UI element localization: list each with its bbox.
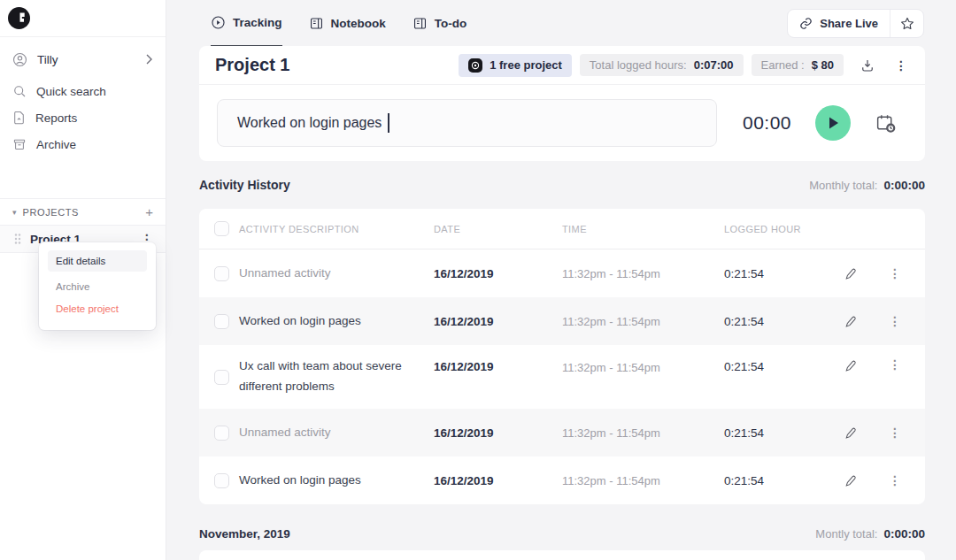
activity-date: 16/12/2019 bbox=[434, 267, 562, 280]
activity-time: 11:32pm - 11:54pm bbox=[562, 345, 724, 374]
next-month-card-top bbox=[199, 550, 925, 560]
edit-pencil-icon[interactable] bbox=[843, 473, 877, 488]
app-window: Tilly Quick search Reports bbox=[0, 0, 956, 560]
activity-description-input[interactable]: Worked on login pages bbox=[217, 99, 717, 147]
tab-label: Tracking bbox=[233, 16, 282, 29]
activity-table: ACTIVITY DESCRIPTION DATE TIME LOGGED HO… bbox=[199, 209, 925, 504]
table-row[interactable]: Worked on login pages 16/12/2019 11:32pm… bbox=[199, 297, 925, 345]
project-header-kebab-icon[interactable]: ⋮ bbox=[895, 59, 907, 72]
column-header: LOGGED HOUR bbox=[724, 224, 843, 234]
activity-input-value: Worked on login pages bbox=[237, 115, 382, 131]
menu-item-archive[interactable]: Archive bbox=[48, 276, 147, 297]
project-title: Project 1 bbox=[215, 55, 289, 75]
row-checkbox[interactable] bbox=[214, 426, 229, 441]
main-content: Tracking Notebook To-do Share Live bbox=[166, 0, 956, 560]
logo-area bbox=[0, 0, 166, 37]
project-card-header: Project 1 1 free project Total logged ho… bbox=[199, 46, 925, 85]
month-label: November, 2019 bbox=[199, 527, 290, 541]
share-live-button[interactable]: Share Live bbox=[788, 10, 890, 37]
edit-pencil-icon[interactable] bbox=[843, 266, 877, 281]
activity-logged-hour: 0:21:54 bbox=[724, 426, 843, 440]
activity-logged-hour: 0:21:54 bbox=[724, 345, 843, 373]
activity-logged-hour: 0:21:54 bbox=[724, 267, 843, 280]
app-logo-icon[interactable] bbox=[7, 6, 31, 30]
menu-item-edit-details[interactable]: Edit details bbox=[48, 250, 147, 272]
row-checkbox[interactable] bbox=[214, 473, 229, 488]
share-live-label: Share Live bbox=[820, 17, 878, 30]
play-icon bbox=[827, 116, 840, 130]
column-header: ACTIVITY DESCRIPTION bbox=[239, 224, 434, 234]
table-row[interactable]: Unnamed activity 16/12/2019 11:32pm - 11… bbox=[199, 249, 925, 297]
tab-label: Notebook bbox=[331, 17, 386, 30]
column-header: TIME bbox=[562, 224, 724, 234]
tab-notebook[interactable]: Notebook bbox=[309, 0, 386, 46]
project-badges: 1 free project Total logged hours: 0:07:… bbox=[459, 54, 909, 77]
activity-history-header: Activity History Monthly total: 0:00:00 bbox=[199, 178, 925, 192]
tab-todo[interactable]: To-do bbox=[412, 0, 466, 46]
sidebar-item-quick-search[interactable]: Quick search bbox=[0, 78, 166, 104]
play-circle-icon bbox=[211, 15, 226, 30]
calendar-clock-icon[interactable] bbox=[875, 112, 897, 134]
start-timer-button[interactable] bbox=[815, 105, 851, 141]
projects-section-header[interactable]: ▾ PROJECTS + bbox=[0, 198, 166, 226]
row-checkbox[interactable] bbox=[214, 266, 229, 281]
logged-hours-label: Total logged hours: bbox=[590, 58, 687, 72]
table-row[interactable]: Unnamed activity 16/12/2019 11:32pm - 11… bbox=[199, 409, 925, 456]
user-circle-icon bbox=[12, 52, 27, 67]
workspace-switcher[interactable]: Tilly bbox=[0, 44, 166, 74]
month-total-value: 0:00:00 bbox=[883, 527, 925, 541]
project-card: Project 1 1 free project Total logged ho… bbox=[199, 46, 925, 161]
activity-date: 16/12/2019 bbox=[434, 474, 562, 487]
sidebar-item-archive[interactable]: Archive bbox=[0, 131, 166, 157]
sidebar-item-label: Quick search bbox=[36, 85, 106, 98]
tab-tracking[interactable]: Tracking bbox=[211, 0, 282, 46]
activity-description: Worked on login pages bbox=[239, 311, 434, 332]
row-checkbox[interactable] bbox=[214, 314, 229, 329]
earned-badge: Earned : $ 80 bbox=[752, 54, 844, 76]
workspace-name: Tilly bbox=[37, 53, 58, 66]
todo-icon bbox=[412, 16, 428, 31]
project-context-menu: Edit details Archive Delete project bbox=[39, 242, 156, 330]
table-header-row: ACTIVITY DESCRIPTION DATE TIME LOGGED HO… bbox=[199, 209, 925, 249]
row-kebab-icon[interactable]: ⋮ bbox=[877, 267, 901, 280]
earned-value: $ 80 bbox=[812, 58, 834, 72]
caret-down-icon[interactable]: ▾ bbox=[12, 208, 17, 217]
activity-description: Unnamed activity bbox=[239, 423, 434, 443]
drag-handle-icon[interactable] bbox=[14, 233, 21, 245]
row-kebab-icon[interactable]: ⋮ bbox=[877, 426, 901, 439]
activity-logged-hour: 0:21:54 bbox=[724, 474, 843, 487]
star-icon bbox=[899, 16, 915, 32]
row-kebab-icon[interactable]: ⋮ bbox=[877, 315, 901, 327]
row-kebab-icon[interactable]: ⋮ bbox=[877, 474, 901, 487]
activity-date: 16/12/2019 bbox=[434, 315, 562, 328]
free-project-label: 1 free project bbox=[490, 58, 562, 72]
edit-pencil-icon[interactable] bbox=[843, 314, 877, 329]
add-project-button[interactable]: + bbox=[145, 204, 153, 219]
activity-logged-hour: 0:21:54 bbox=[724, 315, 843, 328]
download-icon[interactable] bbox=[860, 58, 875, 73]
sidebar-item-label: Reports bbox=[35, 111, 77, 125]
row-checkbox[interactable] bbox=[214, 370, 229, 385]
edit-pencil-icon[interactable] bbox=[843, 426, 877, 441]
table-row[interactable]: Ux call with team about severe different… bbox=[199, 345, 925, 409]
edit-pencil-icon[interactable] bbox=[843, 345, 877, 373]
sidebar-item-label: Archive bbox=[36, 138, 76, 151]
menu-item-delete-project[interactable]: Delete project bbox=[48, 298, 147, 319]
logged-hours-value: 0:07:00 bbox=[694, 58, 734, 72]
sidebar-item-reports[interactable]: Reports bbox=[0, 104, 166, 131]
row-kebab-icon[interactable]: ⋮ bbox=[877, 345, 901, 371]
table-row[interactable]: Worked on login pages 16/12/2019 11:32pm… bbox=[199, 456, 925, 504]
free-project-badge: 1 free project bbox=[459, 54, 572, 77]
share-button-group: Share Live bbox=[787, 9, 924, 38]
select-all-checkbox[interactable] bbox=[214, 221, 229, 236]
timer-row: Worked on login pages 00:00 bbox=[199, 85, 925, 161]
activity-date: 16/12/2019 bbox=[434, 345, 562, 373]
chevron-right-icon bbox=[145, 54, 153, 65]
month-total-label: Montly total: bbox=[815, 527, 877, 541]
favorite-star-button[interactable] bbox=[890, 10, 923, 37]
column-header: DATE bbox=[434, 224, 562, 234]
archive-icon bbox=[12, 137, 27, 151]
timer-display: 00:00 bbox=[743, 112, 791, 134]
earned-label: Earned : bbox=[761, 58, 805, 72]
activity-time: 11:32pm - 11:54pm bbox=[562, 474, 724, 487]
